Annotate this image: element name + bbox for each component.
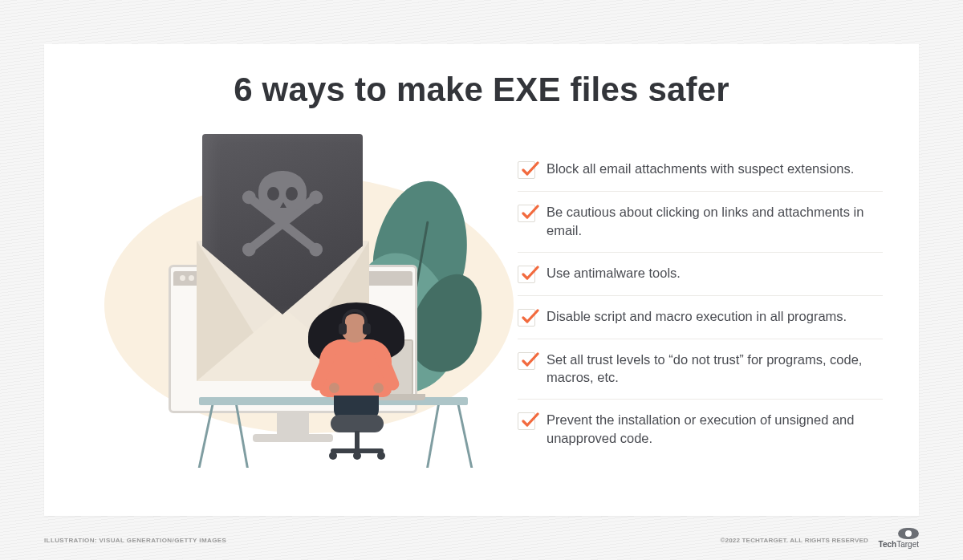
infographic-card: 6 ways to make EXE files safer [44, 44, 919, 516]
list-item: Set all trust levels to “do not trust” f… [518, 339, 883, 400]
list-item-text: Block all email attachments with suspect… [547, 160, 854, 178]
illustration [112, 124, 502, 469]
skull-crossbones-icon [233, 161, 332, 261]
brand-eye-icon [898, 528, 919, 539]
checkmark-icon [518, 352, 535, 370]
checkmark-icon [518, 205, 535, 222]
list-item: Use antimalware tools. [518, 253, 883, 296]
list-item: Disable script and macro execution in al… [518, 296, 883, 339]
checkmark-icon [518, 161, 535, 179]
checkmark-icon [518, 309, 535, 327]
list-item: Prevent the installation or execution of… [518, 400, 883, 460]
copyright-text: ©2022 TECHTARGET. ALL RIGHTS RESERVED [720, 537, 868, 544]
list-item-text: Prevent the installation or execution of… [547, 411, 883, 448]
list-item: Be cautious about clicking on links and … [518, 192, 883, 253]
checkmark-icon [518, 412, 535, 430]
list-item-text: Set all trust levels to “do not trust” f… [547, 351, 883, 388]
list-item-text: Use antimalware tools. [547, 264, 681, 282]
brand-name-thin: Target [896, 540, 919, 549]
page-title: 6 ways to make EXE files safer [44, 71, 919, 109]
checkmark-icon [518, 266, 535, 283]
list-item-text: Be cautious about clicking on links and … [547, 203, 883, 240]
list-item: Block all email attachments with suspect… [518, 148, 883, 192]
safety-tips-list: Block all email attachments with suspect… [518, 148, 883, 460]
illustration-credit: ILLUSTRATION: VISUAL GENERATION/GETTY IM… [44, 537, 226, 544]
brand-logo: TechTarget [879, 528, 919, 549]
brand-name-bold: Tech [879, 540, 897, 549]
list-item-text: Disable script and macro execution in al… [547, 307, 847, 326]
